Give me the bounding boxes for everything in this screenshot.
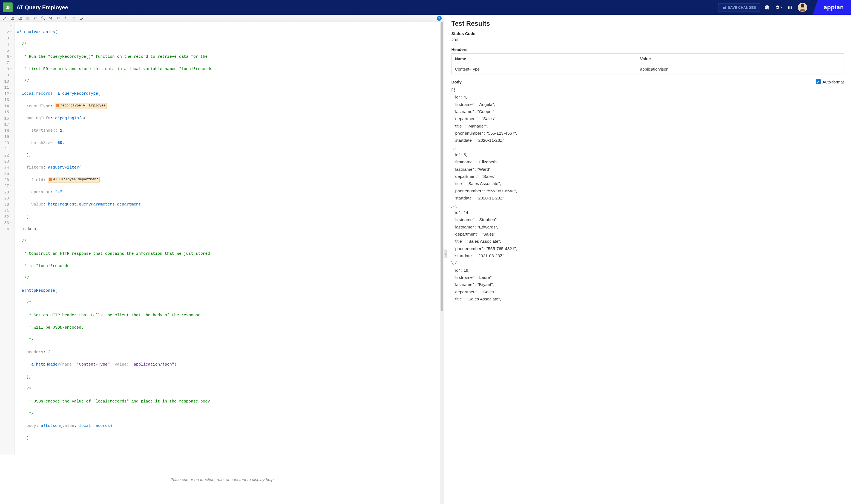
settings-button[interactable]: ▼ (774, 3, 783, 12)
shuffle-icon[interactable] (48, 16, 53, 21)
list-icon[interactable] (25, 16, 30, 21)
search-icon[interactable] (40, 16, 46, 21)
app-header: AT Query Employee SAVE CHANGES ▼ appian (0, 0, 851, 15)
header-value-cell: application/json (637, 64, 844, 74)
save-button-label: SAVE CHANGES (728, 5, 756, 10)
search-globe-icon[interactable] (762, 3, 771, 12)
code-editor[interactable]: 1▾2▾3 4 5 6▾7 8▾9 10 11 12▾13 14 15 16 1… (0, 22, 444, 455)
app-icon (3, 2, 13, 12)
outdent-icon[interactable] (10, 16, 15, 21)
response-body: [ { "id" : 4, "firstname" : "Angela", "l… (451, 87, 844, 303)
header-name-cell: Content-Type (452, 64, 637, 74)
body-label: Body (451, 79, 462, 84)
editor-toolbar: /* x! ƒx π ? (0, 15, 444, 22)
function-icon[interactable]: ƒx (64, 16, 68, 21)
status-code-value: 200 (451, 37, 844, 42)
results-title: Test Results (451, 20, 844, 28)
magic-wand-icon[interactable] (2, 16, 7, 21)
context-help-bar: Place cursor on function, rule, or const… (0, 455, 444, 504)
table-row: Content-Type application/json (452, 64, 844, 74)
brand-logo: appian (813, 0, 851, 15)
comment-icon[interactable]: /* (33, 16, 38, 21)
status-code-label: Status Code (451, 31, 844, 36)
apps-grid-icon[interactable] (785, 3, 795, 12)
auto-format-checkbox[interactable]: ✓ (816, 79, 821, 84)
pi-icon[interactable]: π (71, 16, 76, 21)
results-pane: Test Results Status Code 200 Headers Nam… (444, 15, 851, 504)
splitter-handle[interactable] (444, 250, 447, 258)
editor-scrollbar[interactable] (440, 22, 444, 504)
code-content[interactable]: a!localVariables( /* * Run the "queryRec… (15, 22, 219, 455)
headers-col-value: Value (637, 54, 844, 64)
variable-icon[interactable]: x! (56, 16, 61, 21)
indent-icon[interactable] (18, 16, 22, 21)
field-chip[interactable]: AT Employee.department (48, 177, 100, 182)
context-help-text: Place cursor on function, rule, or const… (170, 477, 274, 482)
svg-text:/*: /* (34, 17, 37, 20)
export-icon[interactable] (79, 16, 84, 21)
headers-table: Name Value Content-Type application/json (451, 53, 844, 74)
record-type-chip[interactable]: recordType!AT Employee (55, 103, 107, 109)
line-gutter: 1▾2▾3 4 5 6▾7 8▾9 10 11 12▾13 14 15 16 1… (0, 22, 15, 455)
save-button[interactable]: SAVE CHANGES (718, 3, 760, 12)
main-split: /* x! ƒx π ? 1▾2▾3 4 5 6▾7 8▾9 10 11 12▾… (0, 15, 851, 504)
headers-label: Headers (451, 47, 844, 52)
page-title: AT Query Employee (16, 4, 718, 11)
help-icon[interactable]: ? (437, 16, 442, 21)
auto-format-label: Auto-format (822, 79, 844, 84)
headers-col-name: Name (452, 54, 637, 64)
editor-pane: /* x! ƒx π ? 1▾2▾3 4 5 6▾7 8▾9 10 11 12▾… (0, 15, 444, 504)
header-actions: SAVE CHANGES ▼ appian (718, 0, 851, 15)
avatar[interactable] (798, 3, 807, 12)
